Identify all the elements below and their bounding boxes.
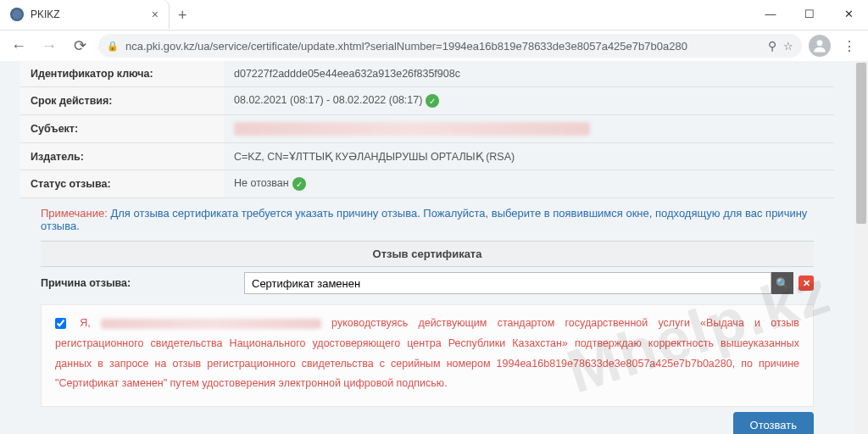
- row-label: Статус отзыва:: [20, 170, 224, 198]
- consent-prefix: Я,: [80, 317, 91, 329]
- row-label: Срок действия:: [20, 87, 224, 115]
- certificate-info-table: Идентификатор ключа: d07227f2addde05e44e…: [20, 61, 834, 198]
- forward-button[interactable]: →: [37, 34, 61, 58]
- redacted-text: [234, 122, 590, 136]
- browser-tab[interactable]: PKIKZ ×: [0, 0, 170, 29]
- maximize-button[interactable]: ☐: [790, 0, 829, 27]
- star-icon[interactable]: ☆: [783, 40, 793, 53]
- table-row: Издатель: C=KZ, CN=ҰЛТТЫҚ КУӘЛАНДЫРУШЫ О…: [20, 143, 834, 170]
- row-value: d07227f2addde05e44eea632a913e26f835f908c: [224, 61, 834, 87]
- scrollbar[interactable]: [854, 61, 868, 434]
- menu-icon[interactable]: ⋮: [837, 34, 861, 58]
- reason-input[interactable]: Сертификат заменен: [244, 272, 771, 294]
- row-value: [224, 115, 834, 143]
- note-text: Примечание: Для отзыва сертификата требу…: [20, 198, 834, 241]
- url-text: nca.pki.gov.kz/ua/service/certificate/up…: [125, 40, 761, 53]
- tab-title: PKIKZ: [31, 8, 60, 20]
- profile-avatar[interactable]: [809, 35, 831, 57]
- revoke-button[interactable]: Отозвать: [733, 412, 814, 434]
- back-button[interactable]: ←: [7, 34, 31, 58]
- scrollbar-thumb[interactable]: [856, 63, 866, 224]
- clear-reason-button[interactable]: ✕: [798, 275, 814, 291]
- row-label: Субъект:: [20, 115, 224, 143]
- row-value: C=KZ, CN=ҰЛТТЫҚ КУӘЛАНДЫРУШЫ ОРТАЛЫҚ (RS…: [224, 143, 834, 170]
- table-row: Субъект:: [20, 115, 834, 143]
- close-tab-icon[interactable]: ×: [152, 8, 159, 21]
- note-label: Примечание:: [41, 207, 108, 220]
- consent-block: Я, руководствуясь действующим стандартом…: [41, 304, 814, 407]
- svg-point-0: [817, 40, 823, 46]
- minimize-button[interactable]: —: [751, 0, 790, 27]
- redacted-text: [101, 319, 321, 329]
- table-row: Срок действия: 08.02.2021 (08:17) - 08.0…: [20, 87, 834, 115]
- section-title: Отзыв сертификата: [41, 241, 814, 267]
- close-window-button[interactable]: ✕: [829, 0, 868, 27]
- lock-icon: 🔒: [107, 41, 119, 52]
- search-reason-button[interactable]: 🔍: [771, 272, 793, 294]
- reason-label: Причина отзыва:: [41, 277, 234, 289]
- row-label: Идентификатор ключа:: [20, 61, 224, 87]
- check-icon: ✓: [292, 177, 306, 191]
- row-value: Не отозван✓: [224, 170, 834, 198]
- consent-checkbox[interactable]: [55, 318, 66, 329]
- row-label: Издатель:: [20, 143, 224, 170]
- favicon-icon: [10, 8, 24, 21]
- table-row: Статус отзыва: Не отозван✓: [20, 170, 834, 198]
- address-bar[interactable]: 🔒 nca.pki.gov.kz/ua/service/certificate/…: [98, 34, 802, 58]
- reload-button[interactable]: ⟳: [68, 34, 92, 58]
- table-row: Идентификатор ключа: d07227f2addde05e44e…: [20, 61, 834, 87]
- search-in-page-icon[interactable]: ⚲: [768, 39, 776, 53]
- row-value: 08.02.2021 (08:17) - 08.02.2022 (08:17)✓: [224, 87, 834, 115]
- new-tab-button[interactable]: +: [170, 0, 196, 31]
- check-icon: ✓: [426, 94, 439, 108]
